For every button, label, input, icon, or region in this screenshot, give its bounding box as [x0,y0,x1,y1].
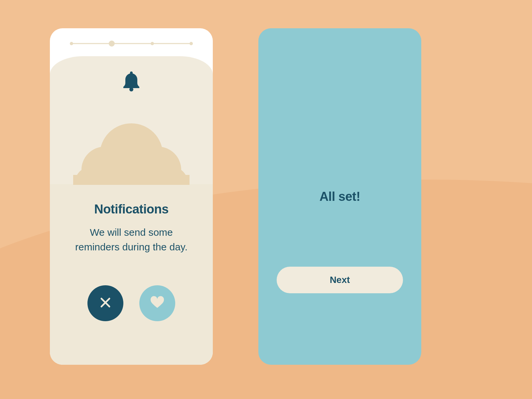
bell-icon [122,70,141,93]
step-dot-1[interactable] [70,42,73,45]
complete-title: All set! [320,190,360,204]
svg-rect-6 [73,175,190,185]
svg-point-0 [129,87,133,91]
heart-icon [150,296,165,311]
screen-subtitle: We will send some reminders during the d… [50,225,213,254]
hero-illustration [50,56,213,184]
next-button[interactable]: Next [277,267,403,293]
next-button-label: Next [330,275,350,285]
close-icon [99,296,112,311]
onboarding-notifications-screen: Notifications We will send some reminder… [50,28,213,365]
decline-button[interactable] [87,285,123,321]
step-dot-3[interactable] [151,42,154,45]
step-dot-2[interactable] [109,41,115,47]
onboarding-complete-screen: All set! Next [258,28,421,365]
screen-title: Notifications [50,202,213,216]
content-body: Notifications We will send some reminder… [50,184,213,365]
step-dot-4[interactable] [190,42,193,45]
progress-stepper [70,40,193,47]
action-buttons [50,285,213,321]
accept-button[interactable] [139,285,175,321]
cloud-graphic [73,112,190,185]
